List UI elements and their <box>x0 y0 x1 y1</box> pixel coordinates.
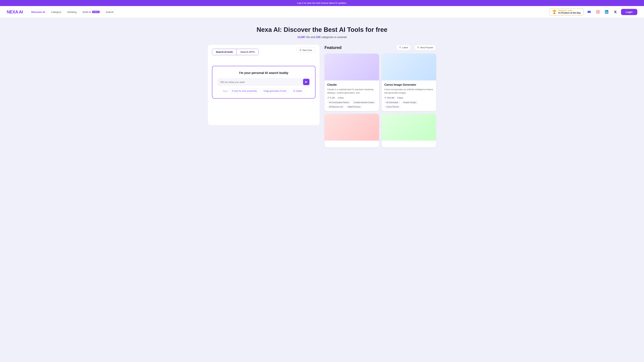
hero-title: Nexa AI: Discover the Best AI Tools for … <box>208 26 436 33</box>
banner-text: Log in to save AIs and receive latest AI… <box>297 2 347 4</box>
views-icon: ↺ <box>327 96 329 99</box>
card-claude-stats: ↺ 8.2M 4 likes <box>327 96 376 99</box>
card-claude-body: Claude Claude is a sophisticated AI assi… <box>324 80 379 111</box>
card-placeholder-3[interactable] <box>324 114 379 147</box>
login-button[interactable]: Login <box>621 9 637 15</box>
search-panel: Search AI tools Search GPTs ↺ Start Over… <box>208 45 320 125</box>
ph-title: #1 Product of the Day <box>558 11 581 14</box>
cards-grid: Claude Claude is a sophisticated AI assi… <box>324 54 436 147</box>
card-canva[interactable]: Canva Image Generator Canva incorporates… <box>382 54 436 111</box>
card-3-body <box>324 141 379 147</box>
canva-tags: Art Generation Graphic Design Canva Them… <box>384 101 434 108</box>
card-claude[interactable]: Claude Claude is a sophisticated AI assi… <box>324 54 379 111</box>
canva-tag-1[interactable]: Graphic Design <box>401 101 418 104</box>
filter-latest[interactable]: ⏱ Latest <box>396 45 411 50</box>
filter-popular-label: Most Popular <box>420 46 433 49</box>
nav-category[interactable]: Category <box>51 10 62 13</box>
claude-views-count: 8.2M <box>330 96 335 99</box>
ai-count: 14,687 <box>297 36 306 38</box>
logo[interactable]: NEXA AI <box>7 9 23 14</box>
search-tabs: Search AI tools Search GPTs <box>212 49 259 55</box>
main-nav: Discover AI Category Ranking Build AI ✉ … <box>31 10 549 13</box>
cat-count: 226 <box>316 36 320 38</box>
search-box-container: I'm your personal AI search buddy Try it… <box>212 66 316 98</box>
chip-chatbot[interactable]: AI chatbot <box>291 89 305 93</box>
card-canva-title: Canva Image Generator <box>384 83 434 86</box>
try-it-row: Try it AI tools for work productivity Im… <box>217 89 310 93</box>
ph-text: PRODUCT HUNT #1 Product of the Day <box>558 10 581 14</box>
linkedin-icon[interactable] <box>604 9 610 15</box>
popular-icon: ⏱ <box>417 46 419 49</box>
filter-most-popular[interactable]: ⏱ Most Popular <box>414 45 436 50</box>
card-canva-body: Canva Image Generator Canva incorporates… <box>382 80 436 111</box>
tab-search-gpts[interactable]: Search GPTs <box>237 49 258 55</box>
claude-likes-count: 4 likes <box>338 96 344 99</box>
content-grid: Search AI tools Search GPTs ↺ Start Over… <box>208 45 436 147</box>
tab-search-ai-tools[interactable]: Search AI tools <box>212 49 237 55</box>
trophy-icon: 🏆 <box>552 10 556 14</box>
nav-build-ai[interactable]: Build AI ✉ BETA <box>82 10 100 13</box>
start-over-label: Start Over <box>302 49 312 51</box>
nav-submit[interactable]: Submit <box>106 10 114 13</box>
card-canva-desc: Canva incorporates an artificial intelli… <box>384 88 434 94</box>
canva-tag-2[interactable]: Canva Themes <box>384 105 401 108</box>
card-canva-stats: ↺ 558.9M 9 likes <box>384 96 434 99</box>
ai-buddy-text: I'm your personal AI search buddy <box>217 71 310 75</box>
card-3-image <box>324 114 379 141</box>
refresh-icon: ↺ <box>299 49 301 51</box>
nav-ranking[interactable]: Ranking <box>67 10 76 13</box>
featured-section: Featured ⏱ Latest ⏱ Most Popular Claude … <box>324 45 436 147</box>
main-content: Nexa AI: Discover the Best AI Tools for … <box>201 18 443 154</box>
canva-views-icon: ↺ <box>384 96 386 99</box>
card-claude-image <box>324 54 379 80</box>
card-4-body <box>382 141 436 147</box>
nav-discover-ai[interactable]: Discover AI <box>31 10 45 13</box>
tag-2[interactable]: AI Resource List <box>327 105 345 108</box>
card-claude-title: Claude <box>327 83 376 86</box>
clock-icon: ⏱ <box>399 46 401 49</box>
chip-work-productivity[interactable]: AI tools for work productivity <box>229 89 260 93</box>
top-banner: Log in to save AIs and receive latest AI… <box>0 0 644 6</box>
search-input[interactable] <box>220 79 303 85</box>
logo-text: NEXA AI <box>7 9 23 14</box>
canva-views: ↺ 558.9M <box>384 96 394 99</box>
header: NEXA AI Discover AI Category Ranking Bui… <box>0 6 644 18</box>
nav-build-ai-label: Build AI <box>82 10 91 13</box>
card-placeholder-4[interactable] <box>382 114 436 147</box>
canva-likes-count: 9 likes <box>397 96 403 99</box>
hero-subtitle: 14,687 AIs and 226 categories is covered <box>208 36 436 39</box>
claude-likes: 4 likes <box>338 96 344 99</box>
cat-suffix: categories is covered <box>321 36 347 38</box>
ph-label: PRODUCT HUNT <box>558 10 581 11</box>
start-over-button[interactable]: ↺ Start Over <box>296 47 316 53</box>
product-hunt-badge[interactable]: 🏆 PRODUCT HUNT #1 Product of the Day <box>549 8 584 15</box>
instagram-icon[interactable] <box>595 9 601 15</box>
tag-3[interactable]: Digital Persona <box>346 105 362 108</box>
card-canva-image <box>382 54 436 80</box>
chip-image-generation[interactable]: Image generation AI tools <box>261 89 289 93</box>
filter-latest-label: Latest <box>402 46 408 49</box>
search-send-button[interactable] <box>303 79 310 85</box>
featured-title: Featured <box>324 45 393 50</box>
twitter-x-icon[interactable] <box>612 9 618 15</box>
claude-tags: AI Conversation Partner Creative Artwork… <box>327 101 376 108</box>
tag-0[interactable]: AI Conversation Partner <box>327 101 351 104</box>
tag-1[interactable]: Creative Artwork Creator <box>352 101 376 104</box>
beta-badge: ✉ BETA <box>92 11 100 13</box>
header-right: 🏆 PRODUCT HUNT #1 Product of the Day <box>549 8 637 15</box>
canva-likes: 9 likes <box>397 96 403 99</box>
canva-views-count: 558.9M <box>387 96 394 99</box>
try-it-label: Try it <box>223 90 228 92</box>
canva-tag-0[interactable]: Art Generation <box>384 101 400 104</box>
card-claude-desc: Claude is a sophisticated AI assistant m… <box>327 88 376 94</box>
featured-header: Featured ⏱ Latest ⏱ Most Popular <box>324 45 436 50</box>
card-4-image <box>382 114 436 141</box>
ai-suffix: AIs and <box>306 36 316 38</box>
claude-views: ↺ 8.2M <box>327 96 335 99</box>
search-input-row <box>217 78 310 86</box>
discord-icon[interactable] <box>586 9 592 15</box>
